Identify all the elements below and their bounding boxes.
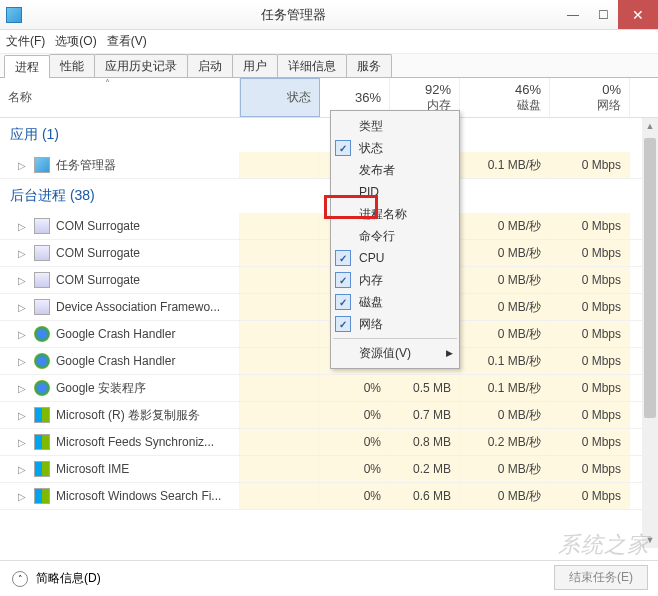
proc-status (240, 429, 320, 455)
process-row[interactable]: ▷Google 安装程序 0% 0.5 MB 0.1 MB/秒 0 Mbps (0, 375, 658, 402)
context-menu-item[interactable]: ✓CPU (331, 247, 459, 269)
fewer-details-icon[interactable]: ˄ (12, 571, 28, 587)
menu-file[interactable]: 文件(F) (6, 33, 45, 50)
col-header-status[interactable]: 状态 (240, 78, 320, 117)
col-header-name[interactable]: 名称 (0, 78, 240, 117)
disk-pct: 46% (515, 82, 541, 97)
proc-label: Google Crash Handler (56, 354, 175, 368)
expander-icon[interactable]: ▷ (18, 302, 28, 313)
process-row[interactable]: ▷Google Crash Handler 0% MB 0 MB/秒 0 Mbp… (0, 321, 658, 348)
expander-icon[interactable]: ▷ (18, 248, 28, 259)
proc-disk: 0 MB/秒 (460, 402, 550, 428)
process-row[interactable]: ▷Microsoft (R) 卷影复制服务 0% 0.7 MB 0 MB/秒 0… (0, 402, 658, 429)
proc-label: Microsoft IME (56, 462, 129, 476)
proc-label: Microsoft Feeds Synchroniz... (56, 435, 214, 449)
context-menu-item[interactable]: 命令行 (331, 225, 459, 247)
context-menu-item[interactable]: ✓状态 (331, 137, 459, 159)
expander-icon[interactable]: ▷ (18, 221, 28, 232)
tab-users[interactable]: 用户 (232, 54, 278, 77)
scroll-down-icon[interactable]: ▼ (642, 532, 658, 548)
minimize-button[interactable]: — (558, 0, 588, 29)
proc-status (240, 348, 320, 374)
expander-icon[interactable]: ▷ (18, 383, 28, 394)
proc-disk: 0 MB/秒 (460, 240, 550, 266)
proc-net: 0 Mbps (550, 375, 630, 401)
expander-icon[interactable]: ▷ (18, 356, 28, 367)
proc-net: 0 Mbps (550, 294, 630, 320)
process-row[interactable]: ▷COM Surrogate MB 0 MB/秒 0 Mbps (0, 240, 658, 267)
menu-item-label: 磁盘 (359, 294, 383, 311)
proc-status (240, 321, 320, 347)
context-menu-item[interactable]: 资源值(V)▶ (331, 342, 459, 364)
context-menu-item[interactable]: ✓磁盘 (331, 291, 459, 313)
process-icon (34, 407, 50, 423)
process-row[interactable]: ▷Microsoft Feeds Synchroniz... 0% 0.8 MB… (0, 429, 658, 456)
check-icon: ✓ (335, 140, 351, 156)
vertical-scrollbar[interactable]: ▲ ▼ (642, 118, 658, 548)
proc-label: COM Surrogate (56, 219, 140, 233)
maximize-button[interactable]: ☐ (588, 0, 618, 29)
tab-history[interactable]: 应用历史记录 (94, 54, 188, 77)
context-menu-item[interactable]: 发布者 (331, 159, 459, 181)
process-row[interactable]: ▷COM Surrogate MB 0 MB/秒 0 Mbps (0, 267, 658, 294)
proc-label: 任务管理器 (56, 157, 116, 174)
proc-status (240, 213, 320, 239)
context-menu-item[interactable]: ✓网络 (331, 313, 459, 335)
process-icon (34, 353, 50, 369)
context-menu-item[interactable]: 进程名称 (331, 203, 459, 225)
tab-processes[interactable]: 进程 (4, 55, 50, 78)
proc-net: 0 Mbps (550, 267, 630, 293)
proc-mem: 0.2 MB (390, 456, 460, 482)
proc-name: ▷Device Association Framewo... (0, 294, 240, 320)
expander-icon[interactable]: ▷ (18, 491, 28, 502)
close-button[interactable]: ✕ (618, 0, 658, 29)
proc-disk: 0.1 MB/秒 (460, 152, 550, 178)
tab-strip: 进程 性能 应用历史记录 启动 用户 详细信息 服务 (0, 54, 658, 78)
context-menu-item[interactable]: ✓内存 (331, 269, 459, 291)
process-row[interactable]: ▷Microsoft Windows Search Fi... 0% 0.6 M… (0, 483, 658, 510)
process-icon (34, 488, 50, 504)
tab-startup[interactable]: 启动 (187, 54, 233, 77)
process-row[interactable]: ▷Google Crash Handler 0% 0.2 MB 0.1 MB/秒… (0, 348, 658, 375)
col-header-status-label: 状态 (287, 89, 311, 106)
menu-options[interactable]: 选项(O) (55, 33, 96, 50)
col-header-disk[interactable]: 46%磁盘 (460, 78, 550, 117)
tab-services[interactable]: 服务 (346, 54, 392, 77)
proc-status (240, 152, 320, 178)
expander-icon[interactable]: ▷ (18, 329, 28, 340)
window-title: 任务管理器 (28, 6, 558, 24)
expander-icon[interactable]: ▷ (18, 464, 28, 475)
process-icon (34, 157, 50, 173)
menu-item-label: 进程名称 (359, 206, 407, 223)
menu-item-label: 资源值(V) (359, 345, 411, 362)
proc-disk: 0 MB/秒 (460, 294, 550, 320)
tab-performance[interactable]: 性能 (49, 54, 95, 77)
context-menu-item[interactable]: PID (331, 181, 459, 203)
proc-mem: 0.5 MB (390, 375, 460, 401)
scroll-thumb[interactable] (644, 138, 656, 418)
col-header-net[interactable]: 0%网络 (550, 78, 630, 117)
process-row[interactable]: ▷COM Surrogate MB 0 MB/秒 0 Mbps (0, 213, 658, 240)
proc-status (240, 483, 320, 509)
end-task-button[interactable]: 结束任务(E) (554, 565, 648, 590)
context-menu-item[interactable]: 类型 (331, 115, 459, 137)
expander-icon[interactable]: ▷ (18, 437, 28, 448)
menu-item-label: 内存 (359, 272, 383, 289)
expander-icon[interactable]: ▷ (18, 160, 28, 171)
net-pct: 0% (602, 82, 621, 97)
scroll-up-icon[interactable]: ▲ (642, 118, 658, 134)
process-row[interactable]: ▷任务管理器 MB 0.1 MB/秒 0 Mbps (0, 152, 658, 179)
process-row[interactable]: ▷Microsoft IME 0% 0.2 MB 0 MB/秒 0 Mbps (0, 456, 658, 483)
fewer-details-label[interactable]: 简略信息(D) (36, 570, 101, 587)
proc-name: ▷COM Surrogate (0, 213, 240, 239)
expander-icon[interactable]: ▷ (18, 275, 28, 286)
tab-details[interactable]: 详细信息 (277, 54, 347, 77)
process-icon (34, 326, 50, 342)
menu-item-label: 状态 (359, 140, 383, 157)
proc-name: ▷COM Surrogate (0, 267, 240, 293)
proc-name: ▷Google 安装程序 (0, 375, 240, 401)
expander-icon[interactable]: ▷ (18, 410, 28, 421)
column-context-menu: 类型✓状态发布者PID进程名称命令行✓CPU✓内存✓磁盘✓网络资源值(V)▶ (330, 110, 460, 369)
menu-view[interactable]: 查看(V) (107, 33, 147, 50)
process-row[interactable]: ▷Device Association Framewo... MB 0 MB/秒… (0, 294, 658, 321)
